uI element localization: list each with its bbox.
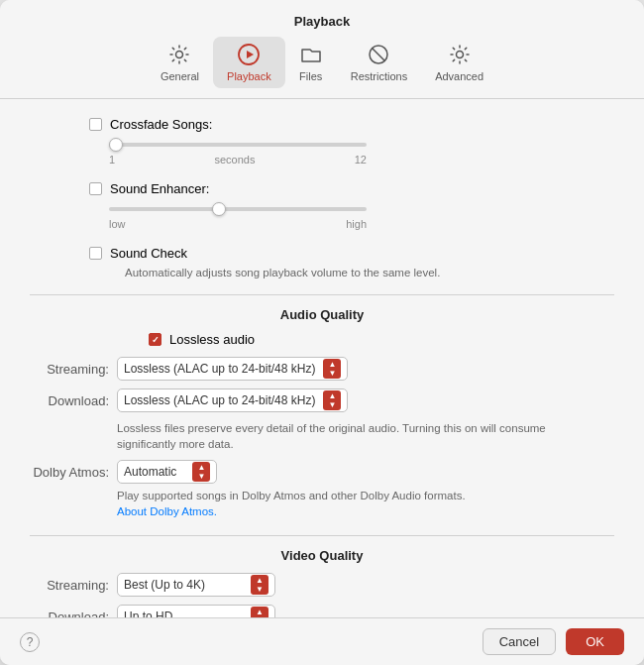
- enhancer-high: high: [346, 218, 367, 230]
- video-streaming-value: Best (Up to 4K): [124, 578, 205, 592]
- enhancer-low: low: [109, 218, 126, 230]
- video-streaming-row: Streaming: Best (Up to 4K) ▲ ▼: [30, 573, 614, 597]
- video-download-select[interactable]: Up to HD ▲ ▼: [117, 605, 275, 617]
- dolby-arrows: ▲ ▼: [192, 462, 210, 482]
- video-streaming-arrows: ▲ ▼: [251, 575, 268, 595]
- play-circle-icon: [237, 43, 261, 66]
- crossfade-label: Crossfade Songs:: [110, 117, 212, 132]
- sound-check-label: Sound Check: [110, 246, 187, 261]
- audio-streaming-row: Streaming: Lossless (ALAC up to 24-bit/4…: [30, 357, 614, 381]
- window-title: Playback: [294, 14, 350, 29]
- svg-line-4: [373, 49, 385, 61]
- audio-download-label: Download:: [30, 393, 109, 408]
- tab-restrictions-label: Restrictions: [351, 70, 407, 82]
- audio-streaming-arrows: ▲ ▼: [323, 359, 341, 379]
- tab-general[interactable]: General: [147, 37, 213, 88]
- audio-download-select[interactable]: Lossless (ALAC up to 24-bit/48 kHz) ▲ ▼: [117, 388, 348, 412]
- sound-enhancer-label: Sound Enhancer:: [110, 181, 209, 196]
- sound-check-description: Automatically adjusts song playback volu…: [125, 267, 614, 278]
- audio-streaming-label: Streaming:: [30, 362, 109, 377]
- crossfade-slider-track[interactable]: [109, 138, 367, 152]
- lossless-label: Lossless audio: [169, 332, 255, 347]
- no-symbol-icon: [367, 43, 390, 66]
- svg-marker-2: [247, 51, 254, 58]
- dolby-row: Dolby Atmos: Automatic ▲ ▼: [30, 460, 614, 484]
- divider-audio: [30, 294, 614, 295]
- ok-button[interactable]: OK: [566, 628, 624, 655]
- video-download-label: Download:: [30, 610, 109, 617]
- tab-files[interactable]: Files: [285, 37, 337, 88]
- video-quality-section: Video Quality Streaming: Best (Up to 4K)…: [30, 548, 614, 617]
- sound-check-section: Sound Check Automatically adjusts song p…: [30, 246, 614, 278]
- cancel-button[interactable]: Cancel: [483, 628, 556, 655]
- dolby-description: Play supported songs in Dolby Atmos and …: [117, 488, 573, 519]
- footer: ? Cancel OK: [0, 617, 644, 665]
- audio-streaming-value: Lossless (ALAC up to 24-bit/48 kHz): [124, 362, 315, 376]
- tab-restrictions[interactable]: Restrictions: [337, 37, 421, 88]
- crossfade-slider-container: 1 seconds 12: [109, 138, 614, 166]
- lossless-description: Lossless files preserve every detail of …: [117, 420, 573, 452]
- video-quality-title: Video Quality: [30, 548, 614, 563]
- tab-files-label: Files: [299, 70, 322, 82]
- audio-download-arrows: ▲ ▼: [323, 390, 341, 410]
- divider-video: [30, 535, 614, 536]
- gear-advanced-icon: [448, 43, 472, 66]
- enhancer-slider-track[interactable]: [109, 202, 367, 216]
- dolby-select[interactable]: Automatic ▲ ▼: [117, 460, 217, 484]
- audio-streaming-select[interactable]: Lossless (ALAC up to 24-bit/48 kHz) ▲ ▼: [117, 357, 348, 381]
- crossfade-mid: seconds: [214, 154, 255, 166]
- crossfade-min: 1: [109, 154, 115, 166]
- lossless-checkbox[interactable]: [149, 333, 161, 346]
- video-streaming-label: Streaming:: [30, 578, 109, 593]
- crossfade-section: Crossfade Songs: 1 seconds 12: [30, 117, 614, 166]
- folder-icon: [299, 43, 323, 66]
- sound-check-checkbox[interactable]: [89, 247, 102, 260]
- main-content: Crossfade Songs: 1 seconds 12 Sound Enha…: [0, 99, 644, 617]
- tab-advanced[interactable]: Advanced: [421, 37, 497, 88]
- sound-enhancer-section: Sound Enhancer: low high: [30, 181, 614, 230]
- svg-point-5: [456, 52, 463, 58]
- toolbar: General Playback Files: [0, 29, 644, 99]
- footer-buttons: Cancel OK: [483, 628, 624, 655]
- audio-download-value: Lossless (ALAC up to 24-bit/48 kHz): [124, 393, 315, 407]
- audio-quality-section: Audio Quality Lossless audio Streaming: …: [30, 307, 614, 519]
- svg-point-0: [176, 52, 183, 58]
- gear-icon: [167, 43, 191, 66]
- help-button[interactable]: ?: [20, 632, 40, 652]
- video-streaming-select[interactable]: Best (Up to 4K) ▲ ▼: [117, 573, 275, 597]
- audio-quality-title: Audio Quality: [30, 307, 614, 322]
- video-download-arrows: ▲ ▼: [251, 607, 268, 617]
- dolby-label: Dolby Atmos:: [30, 465, 109, 480]
- enhancer-slider-container: low high: [109, 202, 614, 230]
- tab-playback[interactable]: Playback: [213, 37, 285, 88]
- video-download-row: Download: Up to HD ▲ ▼: [30, 605, 614, 617]
- tab-advanced-label: Advanced: [435, 70, 483, 82]
- tab-general-label: General: [161, 70, 199, 82]
- video-download-value: Up to HD: [124, 610, 172, 617]
- dolby-link[interactable]: About Dolby Atmos.: [117, 505, 217, 517]
- crossfade-checkbox[interactable]: [89, 118, 102, 131]
- tab-playback-label: Playback: [227, 70, 271, 82]
- sound-enhancer-checkbox[interactable]: [89, 182, 102, 195]
- audio-download-row: Download: Lossless (ALAC up to 24-bit/48…: [30, 388, 614, 412]
- dolby-value: Automatic: [124, 465, 176, 479]
- crossfade-max: 12: [355, 154, 367, 166]
